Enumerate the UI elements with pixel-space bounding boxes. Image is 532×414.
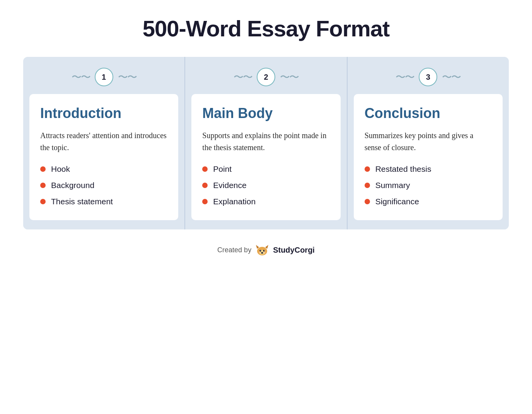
- list-item-3-3: Significance: [365, 197, 492, 206]
- column-card-3: ConclusionSummarizes key points and give…: [354, 94, 503, 220]
- column-header-1: 〜〜 1 〜〜: [23, 57, 184, 94]
- column-card-1: IntroductionAttracts readers' attention …: [29, 94, 178, 220]
- list-item-2-1: Point: [202, 164, 329, 174]
- svg-point-8: [261, 252, 263, 253]
- bullet-dot: [365, 183, 370, 188]
- svg-point-10: [264, 251, 266, 252]
- wavy-left-2: 〜〜: [234, 70, 252, 84]
- column-1: 〜〜 1 〜〜 IntroductionAttracts readers' at…: [23, 57, 185, 229]
- list-item-2-2: Evidence: [202, 181, 329, 190]
- column-header-3: 〜〜 3 〜〜: [348, 57, 509, 94]
- list-item-1-1: Hook: [40, 164, 167, 174]
- studycorgi-mascot: [255, 243, 269, 257]
- list-item-3-1: Restated thesis: [365, 164, 492, 174]
- svg-point-5: [263, 250, 264, 251]
- column-header-2: 〜〜 2 〜〜: [185, 57, 346, 94]
- bullet-text: Hook: [51, 164, 70, 174]
- card-list-3: Restated thesisSummarySignificance: [365, 164, 492, 206]
- wavy-left-3: 〜〜: [396, 70, 414, 84]
- svg-point-9: [259, 251, 260, 252]
- wavy-right-2: 〜〜: [280, 70, 298, 84]
- svg-point-6: [261, 250, 261, 250]
- svg-point-7: [264, 250, 264, 250]
- column-card-2: Main BodySupports and explains the point…: [191, 94, 340, 220]
- bullet-text: Background: [51, 181, 94, 190]
- card-list-1: HookBackgroundThesis statement: [40, 164, 167, 206]
- svg-point-4: [259, 250, 261, 251]
- card-title-2: Main Body: [202, 106, 329, 121]
- card-title-1: Introduction: [40, 106, 167, 121]
- card-description-1: Attracts readers' attention and introduc…: [40, 130, 167, 154]
- bullet-dot: [365, 166, 370, 172]
- bullet-text: Evidence: [213, 181, 246, 190]
- columns-wrapper: 〜〜 1 〜〜 IntroductionAttracts readers' at…: [23, 57, 509, 229]
- bullet-dot: [202, 183, 208, 188]
- bullet-dot: [40, 183, 46, 188]
- card-title-3: Conclusion: [365, 106, 492, 121]
- wavy-right-1: 〜〜: [118, 70, 136, 84]
- bullet-dot: [40, 166, 46, 172]
- footer: Created by StudyCorgi: [217, 243, 315, 257]
- card-description-3: Summarizes key points and gives a sense …: [365, 130, 492, 154]
- card-description-2: Supports and explains the point made in …: [202, 130, 329, 154]
- bullet-text: Summary: [375, 181, 410, 190]
- list-item-3-2: Summary: [365, 181, 492, 190]
- list-item-1-3: Thesis statement: [40, 197, 167, 206]
- step-circle-2: 2: [257, 68, 275, 86]
- list-item-1-2: Background: [40, 181, 167, 190]
- column-3: 〜〜 3 〜〜 ConclusionSummarizes key points …: [348, 57, 509, 229]
- column-2: 〜〜 2 〜〜 Main BodySupports and explains t…: [185, 57, 347, 229]
- step-circle-3: 3: [419, 68, 437, 86]
- bullet-text: Thesis statement: [51, 197, 113, 206]
- list-item-2-3: Explanation: [202, 197, 329, 206]
- wavy-right-3: 〜〜: [442, 70, 460, 84]
- bullet-dot: [202, 166, 208, 172]
- bullet-dot: [202, 199, 208, 204]
- bullet-dot: [365, 199, 370, 204]
- step-circle-1: 1: [95, 68, 113, 86]
- card-list-2: PointEvidenceExplanation: [202, 164, 329, 206]
- footer-prefix: Created by: [217, 246, 251, 254]
- bullet-text: Explanation: [213, 197, 256, 206]
- bullet-dot: [40, 199, 46, 204]
- wavy-left-1: 〜〜: [72, 70, 90, 84]
- footer-brand: StudyCorgi: [273, 246, 315, 255]
- bullet-text: Significance: [375, 197, 419, 206]
- bullet-text: Point: [213, 164, 232, 174]
- page-title: 500-Word Essay Format: [143, 15, 390, 41]
- bullet-text: Restated thesis: [375, 164, 431, 174]
